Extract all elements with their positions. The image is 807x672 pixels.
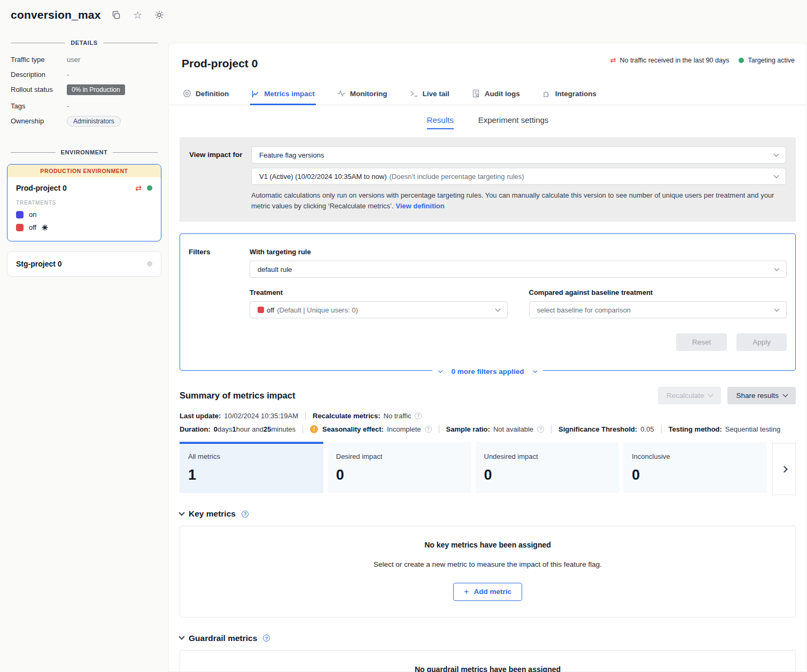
treatment-off-row: off	[16, 223, 152, 231]
chevron-down-icon	[774, 306, 780, 311]
impact-type-dropdown[interactable]: Feature flag versions	[251, 146, 786, 163]
pulse-icon	[337, 89, 346, 98]
apply-button[interactable]: Apply	[736, 333, 787, 351]
subtab-experiment-settings[interactable]: Experiment settings	[478, 115, 549, 129]
divider	[661, 425, 662, 433]
card-inconclusive[interactable]: Inconclusive 0	[623, 442, 767, 493]
targeting-status: Targeting active	[739, 57, 795, 64]
flag-name: conversion_max	[11, 9, 101, 21]
chevron-down-icon	[774, 173, 779, 178]
plus-icon: +	[464, 588, 469, 596]
target-icon	[183, 89, 191, 98]
card-all-metrics[interactable]: All metrics 1	[180, 442, 323, 493]
filters-label: Filters	[189, 248, 250, 351]
view-definition-link[interactable]: View definition	[395, 202, 445, 210]
collapse-chevron-icon[interactable]	[179, 510, 184, 515]
targeting-active-dot	[739, 58, 744, 63]
next-cards-button[interactable]	[772, 443, 796, 495]
chevron-down-icon	[533, 368, 537, 372]
tab-monitoring[interactable]: Monitoring	[336, 84, 389, 105]
production-environment-name: Prod-project 0	[16, 184, 135, 192]
card-undesired-impact[interactable]: Undesired impact 0	[476, 442, 619, 493]
targeting-rule-label: With targeting rule	[250, 248, 787, 256]
chevron-down-icon	[783, 392, 788, 397]
tab-definition[interactable]: Definition	[182, 84, 230, 105]
add-metric-button[interactable]: + Add metric	[453, 583, 522, 601]
detail-label: Tags	[11, 101, 67, 110]
flag-header: conversion_max ☆	[0, 0, 807, 21]
staging-environment-name: Stg-project 0	[16, 260, 147, 268]
swap-arrows-icon: ⇄	[610, 56, 616, 64]
ownership-badge[interactable]: Administrators	[67, 116, 121, 127]
key-metrics-empty-card: No key metrics have been assigned Select…	[180, 526, 796, 618]
version-dropdown[interactable]: V1 (Active) (10/02/2024 10:35AM to now) …	[251, 168, 786, 185]
copy-icon[interactable]	[111, 9, 122, 21]
production-environment-card[interactable]: PRODUCTION ENVIRONMENT Prod-project 0 ⇄ …	[7, 164, 161, 241]
divider	[305, 411, 306, 420]
audit-logs-icon	[472, 89, 480, 98]
environment-inactive-dot	[147, 261, 152, 267]
details-heading: DETAILS	[11, 40, 158, 46]
view-impact-label: View impact for	[189, 146, 251, 211]
production-environment-banner: PRODUCTION ENVIRONMENT	[7, 165, 161, 177]
star-icon[interactable]: ☆	[132, 9, 144, 21]
card-desired-impact[interactable]: Desired impact 0	[328, 442, 471, 493]
subtab-results[interactable]: Results	[427, 115, 454, 129]
help-icon[interactable]	[242, 511, 249, 518]
recalculate-button[interactable]: Recalculate	[658, 387, 721, 404]
chevron-down-icon	[774, 265, 780, 271]
impact-note: Automatic calculations only run on versi…	[251, 190, 786, 211]
key-metrics-title: Key metrics	[189, 509, 236, 519]
rollout-status-badge: 0% in Production	[67, 84, 125, 95]
help-icon[interactable]	[263, 635, 270, 642]
view-impact-section: View impact for Feature flag versions V1…	[180, 137, 796, 222]
guardrail-metrics-title: Guardrail metrics	[189, 634, 257, 643]
environment-active-dot	[147, 185, 152, 191]
question-icon[interactable]	[537, 426, 544, 433]
metric-summary-cards: All metrics 1 Desired impact 0 Undesired…	[180, 442, 796, 493]
collapse-chevron-icon[interactable]	[179, 634, 184, 640]
traffic-status: ⇄ No traffic received in the last 90 day…	[610, 56, 730, 64]
treatment-on-swatch	[16, 211, 24, 218]
targeting-rule-dropdown[interactable]: default rule	[250, 261, 787, 278]
guardrail-metrics-empty-card: No guardrail metrics have been assigned …	[180, 650, 796, 672]
detail-value: -	[67, 101, 69, 110]
detail-traffic-type: Traffic type user	[11, 54, 158, 64]
main-panel: Prod-project 0 ⇄ No traffic received in …	[168, 43, 807, 672]
gear-icon[interactable]	[153, 9, 165, 21]
tab-metrics-impact[interactable]: Metrics impact	[250, 84, 316, 105]
treatment-dropdown[interactable]: off (Default | Unique users: 0)	[250, 301, 508, 318]
swap-arrows-icon: ⇄	[135, 184, 142, 192]
warning-icon	[310, 425, 318, 433]
reset-button[interactable]: Reset	[676, 333, 727, 351]
staging-environment-card[interactable]: Stg-project 0	[7, 251, 161, 277]
default-treatment-asterisk-icon	[42, 224, 48, 231]
filters-section: Filters With targeting rule default rule…	[180, 233, 796, 371]
question-icon[interactable]	[415, 412, 422, 419]
chevron-down-icon	[495, 306, 500, 311]
treatments-label: TREATMENTS	[16, 200, 152, 206]
share-results-button[interactable]: Share results	[727, 387, 796, 404]
treatment-off-swatch	[258, 307, 264, 313]
tab-live-tail[interactable]: Live tail	[409, 84, 451, 105]
tab-integrations[interactable]: Integrations	[541, 84, 598, 105]
treatment-on-label: on	[29, 210, 36, 218]
summary-title: Summary of metrics impact	[180, 390, 658, 401]
detail-label: Rollout status	[11, 84, 67, 93]
question-icon[interactable]	[425, 426, 432, 433]
terminal-icon	[410, 89, 418, 98]
chevron-down-icon	[708, 392, 713, 397]
baseline-dropdown[interactable]: select baseline for comparison	[529, 301, 787, 318]
more-filters-toggle[interactable]: 0 more filters applied	[432, 368, 544, 376]
detail-label: Description	[11, 69, 67, 79]
environment-heading: ENVIRONMENT	[11, 149, 158, 155]
chevron-down-icon	[438, 368, 442, 372]
detail-value: -	[67, 69, 69, 79]
main-tabs: Definition Metrics impact Monitoring Liv…	[169, 84, 806, 105]
divider	[302, 425, 303, 433]
tab-audit-logs[interactable]: Audit logs	[471, 84, 521, 105]
divider	[551, 425, 552, 433]
treatment-label: Treatment	[250, 288, 508, 296]
puzzle-icon	[542, 89, 551, 98]
detail-description: Description -	[11, 69, 158, 79]
